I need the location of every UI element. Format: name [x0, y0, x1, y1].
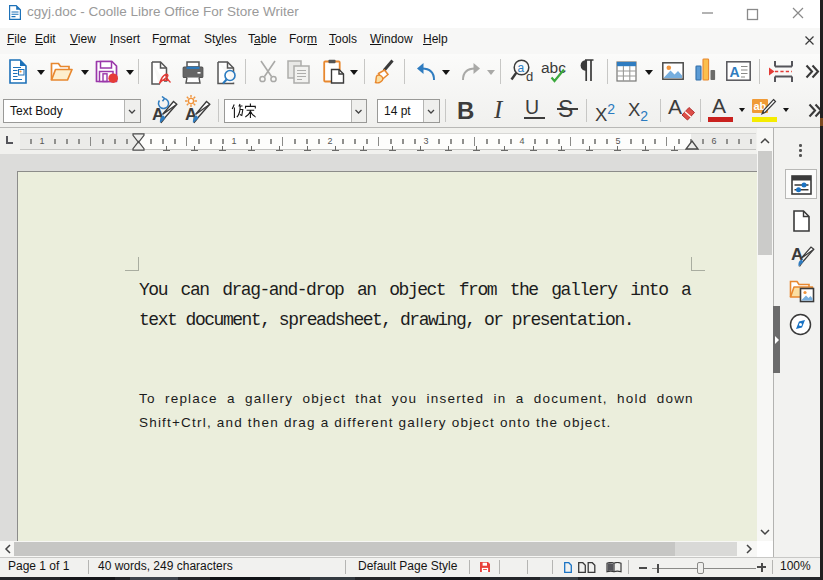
svg-text:abc: abc [541, 59, 566, 76]
svg-text:A: A [730, 64, 740, 80]
svg-text:a: a [518, 61, 525, 75]
svg-text:d: d [526, 69, 533, 84]
